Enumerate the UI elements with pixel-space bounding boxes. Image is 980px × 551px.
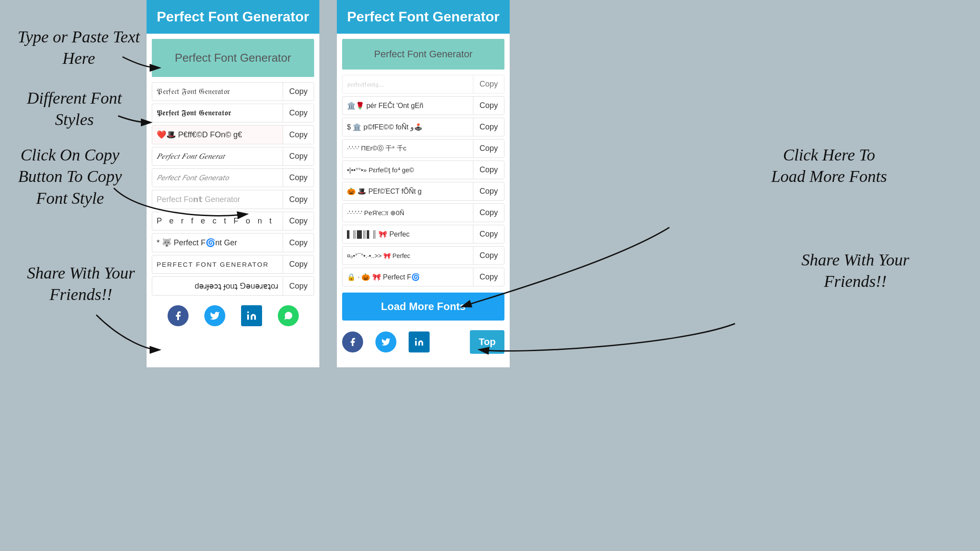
- right-panel-body: Perfect Font Generator 𝔭𝔢𝔯𝔣𝔢𝔠𝔱𝔣𝔬𝔫𝔱𝔤... C…: [337, 34, 510, 367]
- font-row: Perfect Fo𝗻𝘁 Generator Copy: [152, 190, 314, 209]
- copy-button[interactable]: Copy: [283, 83, 314, 101]
- annotation-diff-fonts: Different Font Styles: [13, 87, 136, 131]
- font-text: ❤️🎩 P€ff€©D FOn© g€: [152, 126, 283, 144]
- social-share-row: [152, 298, 314, 330]
- font-text: ¤₀•°¯°•.·•..>> 🎀 Perfec: [343, 248, 473, 264]
- font-text: P e r f e c t F o n t: [152, 212, 283, 230]
- copy-button[interactable]: Copy: [473, 268, 504, 286]
- font-row: 𝔓𝔢𝔯𝔣𝔢𝔠𝔱 𝔉𝔬𝔫𝔱 𝔊𝔢𝔫𝔢𝔯𝔞𝔱𝔬𝔯 Copy: [152, 82, 314, 101]
- right-panel-header: Perfect Font Generator: [337, 0, 510, 34]
- font-text: 𝕻𝖊𝖗𝖋𝖊𝖈𝖙 𝕱𝖔𝖓𝖙 𝕲𝖊𝖓𝖊𝖗𝖆𝖙𝖔𝖗: [152, 104, 283, 122]
- font-text: ɹoʇɐɹǝuǝ⅁ ʇuoɟ ʇɔǝɟɹǝd: [152, 277, 283, 295]
- font-row: P e r f e c t F o n t Copy: [152, 212, 314, 230]
- font-text: Perfect Fo𝗻𝘁 Generator: [152, 190, 283, 209]
- font-text: 𝘗𝘦𝘳𝘧𝘦𝘤𝘵 𝘍𝘰𝘯𝘵 𝘎𝘦𝘯𝘦𝘳𝘢𝘵𝘰: [152, 169, 283, 187]
- font-row: 𝑃𝑒𝑟𝑓𝑒𝑐𝑡 𝐹𝑜𝑛𝑡 𝐺𝑒𝑛𝑒𝑟𝑎𝑡 Copy: [152, 147, 314, 166]
- font-text: $ 🏛️ p©fFE©© foÑt ﻭ🕹️: [343, 119, 473, 136]
- font-row: ▌║█║▌║ 🎀 Perfec Copy: [342, 225, 504, 244]
- font-text: 𝔭𝔢𝔯𝔣𝔢𝔠𝔱𝔣𝔬𝔫𝔱𝔤...: [343, 76, 473, 93]
- font-text: 𝑃𝑒𝑟𝑓𝑒𝑐𝑡 𝐹𝑜𝑛𝑡 𝐺𝑒𝑛𝑒𝑟𝑎𝑡: [152, 147, 283, 165]
- font-text: 🏛️🌹 pér FEČt 'Ont gEñ: [343, 97, 473, 114]
- right-text-input[interactable]: Perfect Font Generator: [342, 39, 504, 70]
- copy-button[interactable]: Copy: [473, 182, 504, 200]
- copy-button[interactable]: Copy: [283, 169, 314, 187]
- copy-button[interactable]: Copy: [283, 104, 314, 122]
- copy-button[interactable]: Copy: [473, 75, 504, 93]
- font-row: 🏛️🌹 pér FEČt 'Ont gEñ Copy: [342, 96, 504, 115]
- copy-button[interactable]: Copy: [283, 255, 314, 273]
- text-input[interactable]: Perfect Font Generator: [152, 39, 314, 77]
- copy-button[interactable]: Copy: [473, 247, 504, 265]
- annotation-load-more: Click Here To Load More Fonts: [766, 144, 892, 188]
- copy-button[interactable]: Copy: [283, 277, 314, 295]
- font-row: ɹoʇɐɹǝuǝ⅁ ʇuoɟ ʇɔǝɟɹǝd Copy: [152, 276, 314, 296]
- font-text: 🔒 · 🎃 🎀 Perfect F🌀: [343, 269, 473, 286]
- svg-point-1: [415, 338, 417, 340]
- font-row: •|••°°•» Ρεrfe©ţ fo⁴ ge© Copy: [342, 160, 504, 179]
- font-row: ·'·'·'·'·' PeЯ'е□τ ⊕0Ñ Copy: [342, 203, 504, 222]
- font-text: 🎃 🎩 ΡΕf©ΈCT fÕÑt g: [343, 183, 473, 200]
- facebook-button[interactable]: [168, 305, 189, 326]
- twitter-button-right[interactable]: [375, 331, 396, 352]
- copy-button[interactable]: Copy: [473, 97, 504, 115]
- copy-button[interactable]: Copy: [473, 118, 504, 136]
- whatsapp-button[interactable]: [278, 305, 299, 326]
- font-row: * 🐺 Perfect F🌀nt Ger Copy: [152, 233, 314, 252]
- linkedin-button[interactable]: [241, 305, 262, 326]
- font-row: 🎃 🎩 ΡΕf©ΈCT fÕÑt g Copy: [342, 182, 504, 201]
- copy-button[interactable]: Copy: [283, 147, 314, 165]
- twitter-button[interactable]: [204, 305, 225, 326]
- font-row: ❤️🎩 P€ff€©D FOn© g€ Copy: [152, 125, 314, 144]
- copy-button[interactable]: Copy: [283, 234, 314, 252]
- font-row: 𝕻𝖊𝖗𝖋𝖊𝖈𝖙 𝕱𝖔𝖓𝖙 𝕲𝖊𝖓𝖊𝖗𝖆𝖙𝖔𝖗 Copy: [152, 104, 314, 122]
- copy-button[interactable]: Copy: [283, 212, 314, 230]
- left-panel-body: Perfect Font Generator 𝔓𝔢𝔯𝔣𝔢𝔠𝔱 𝔉𝔬𝔫𝔱 𝔊𝔢𝔫𝔢…: [147, 34, 319, 367]
- copy-button[interactable]: Copy: [283, 126, 314, 144]
- annotation-share-right: Share With Your Friends!!: [796, 249, 914, 293]
- font-row: $ 🏛️ p©fFE©© foÑt ﻭ🕹️ Copy: [342, 118, 504, 136]
- font-row: 🔒 · 🎃 🎀 Perfect F🌀 Copy: [342, 268, 504, 286]
- copy-button[interactable]: Copy: [283, 191, 314, 209]
- load-more-button[interactable]: Load More Fonts: [342, 293, 504, 321]
- left-panel: Perfect Font Generator Perfect Font Gene…: [147, 0, 319, 367]
- font-row: PERFECT FONT GENERATOR Copy: [152, 255, 314, 274]
- copy-button[interactable]: Copy: [473, 139, 504, 157]
- top-button[interactable]: Top: [470, 330, 504, 354]
- annotation-type-paste: Type or Paste Text Here: [18, 26, 140, 70]
- font-text: ▌║█║▌║ 🎀 Perfec: [343, 226, 473, 243]
- font-row: 𝘗𝘦𝘳𝘧𝘦𝘤𝘵 𝘍𝘰𝘯𝘵 𝘎𝘦𝘯𝘦𝘳𝘢𝘵𝘰 Copy: [152, 168, 314, 187]
- font-row: ·'·'·'·' ΠΕr©⓪ 干ᵃ 千c Copy: [342, 139, 504, 158]
- font-text: PERFECT FONT GENERATOR: [152, 256, 283, 272]
- social-group: [342, 331, 430, 352]
- copy-button[interactable]: Copy: [473, 204, 504, 222]
- annotation-click-copy: Click On Copy Button To Copy Font Style: [7, 144, 133, 209]
- right-social-row: Top: [342, 327, 504, 357]
- font-text: 𝔓𝔢𝔯𝔣𝔢𝔠𝔱 𝔉𝔬𝔫𝔱 𝔊𝔢𝔫𝔢𝔯𝔞𝔱𝔬𝔯: [152, 83, 283, 101]
- linkedin-button-right[interactable]: [409, 331, 430, 352]
- font-text: •|••°°•» Ρεrfe©ţ fo⁴ ge©: [343, 162, 473, 178]
- copy-button[interactable]: Copy: [473, 161, 504, 179]
- facebook-button-right[interactable]: [342, 331, 363, 352]
- font-row: ¤₀•°¯°•.·•..>> 🎀 Perfec Copy: [342, 246, 504, 265]
- font-text: ·'·'·'·' ΠΕr©⓪ 干ᵃ 千c: [343, 140, 473, 157]
- left-panel-header: Perfect Font Generator: [147, 0, 319, 34]
- right-panel: Perfect Font Generator Perfect Font Gene…: [337, 0, 510, 367]
- font-text: * 🐺 Perfect F🌀nt Ger: [152, 234, 283, 252]
- svg-point-0: [247, 311, 249, 313]
- font-row: 𝔭𝔢𝔯𝔣𝔢𝔠𝔱𝔣𝔬𝔫𝔱𝔤... Copy: [342, 75, 504, 94]
- annotation-share-left: Share With Your Friends!!: [26, 262, 136, 306]
- copy-button[interactable]: Copy: [473, 225, 504, 243]
- font-text: ·'·'·'·'·' PeЯ'е□τ ⊕0Ñ: [343, 205, 473, 221]
